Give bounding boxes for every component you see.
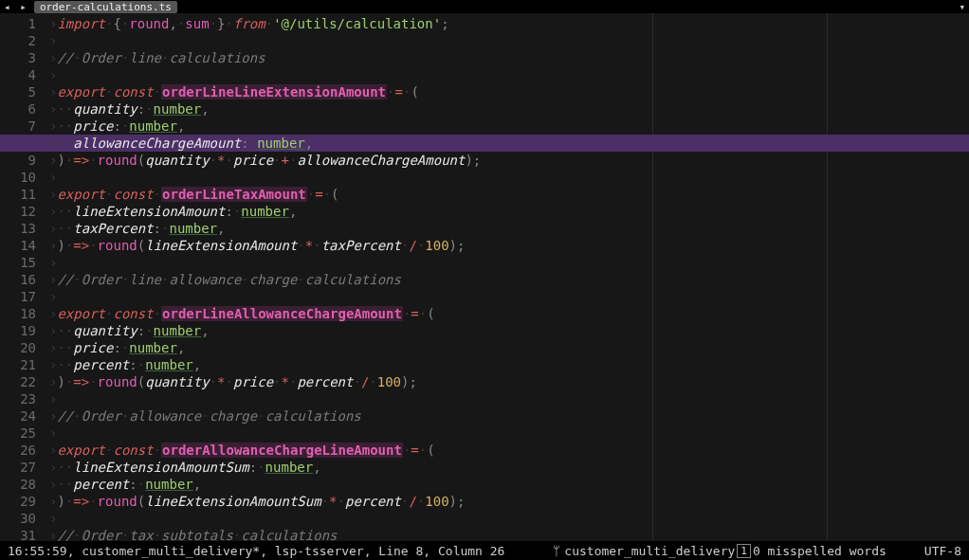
line-number: 18: [0, 305, 36, 322]
code-line[interactable]: ›)·=>·round(quantity·*·price·+·allowance…: [46, 152, 969, 169]
line-number: 27: [0, 459, 36, 476]
code-line[interactable]: ›//·Order·allowance·charge·calculations: [46, 407, 969, 425]
code-line[interactable]: ›export·const·orderLineLineExtensionAmou…: [46, 83, 969, 100]
line-number: 19: [0, 322, 36, 339]
code-line[interactable]: ›··allowanceChargeAmount:·number,: [46, 135, 969, 152]
branch-icon: ᛘ: [553, 544, 560, 558]
line-number: 23: [0, 390, 36, 407]
line-number: 3: [0, 49, 36, 66]
code-line[interactable]: ›)·=>·round(lineExtensionAmountSum·*·per…: [46, 493, 969, 510]
status-branch: ᛘcustomer_multi_delivery: [553, 544, 735, 558]
code-line[interactable]: ›: [46, 32, 969, 49]
line-number: 20: [0, 339, 36, 356]
encoding: UTF-8: [924, 544, 961, 558]
code-line[interactable]: ›export·const·orderAllowanceChargeLineAm…: [46, 442, 969, 459]
code-line[interactable]: ›: [46, 66, 969, 83]
code-line[interactable]: ›: [46, 169, 969, 186]
line-number: 16: [0, 271, 36, 288]
spell-count-box: 1: [737, 544, 751, 558]
titlebar: ◂ ▸ order-calculations.ts ▾: [0, 0, 969, 13]
code-line[interactable]: ›import·{·round,·sum·}·from·'@/utils/cal…: [46, 15, 969, 32]
spell-text: 0 misspelled words: [753, 544, 887, 558]
code-line[interactable]: ›··percent:·number,: [46, 356, 969, 373]
code-line[interactable]: ›: [46, 390, 969, 407]
line-number: 11: [0, 186, 36, 203]
dropdown-icon[interactable]: ▾: [959, 1, 965, 13]
line-number: 4: [0, 66, 36, 83]
line-number: 5: [0, 83, 36, 100]
code-line[interactable]: ›··lineExtensionAmountSum:·number,: [46, 459, 969, 476]
line-number: 2: [0, 32, 36, 49]
line-number: 15: [0, 254, 36, 271]
code-line[interactable]: ›export·const·orderLineAllowanceChargeAm…: [46, 305, 969, 322]
code-line[interactable]: ›//·Order·tax·subtotals·calculations: [46, 527, 969, 541]
file-tab[interactable]: order-calculations.ts: [34, 1, 177, 13]
line-number: 22: [0, 373, 36, 390]
code-content[interactable]: ›import·{·round,·sum·}·from·'@/utils/cal…: [46, 13, 969, 541]
line-number: 6: [0, 100, 36, 117]
line-number: 7: [0, 117, 36, 135]
code-line[interactable]: ›··taxPercent:·number,: [46, 220, 969, 237]
line-number-gutter: 1234567891011121314151617181920212223242…: [0, 13, 46, 541]
statusbar: 16:55:59, customer_multi_delivery*, lsp-…: [0, 541, 969, 560]
line-number: 17: [0, 288, 36, 305]
code-line[interactable]: ›//·Order·line·allowance·charge·calculat…: [46, 271, 969, 288]
code-line[interactable]: ›··price:·number,: [46, 117, 969, 135]
code-line[interactable]: ›··price:·number,: [46, 339, 969, 356]
code-line[interactable]: ›··quantity:·number,: [46, 100, 969, 117]
code-line[interactable]: ›)·=>·round(quantity·*·price·*·percent·/…: [46, 373, 969, 390]
line-number: 10: [0, 169, 36, 186]
code-line[interactable]: ›··percent:·number,: [46, 476, 969, 493]
code-line[interactable]: ›//·Order·line·calculations: [46, 49, 969, 66]
code-line[interactable]: ›: [46, 425, 969, 442]
line-number: 21: [0, 356, 36, 373]
code-line[interactable]: ›: [46, 510, 969, 527]
line-number: 12: [0, 203, 36, 220]
code-line[interactable]: ›··lineExtensionAmount:·number,: [46, 203, 969, 220]
nav-arrows-icon[interactable]: ◂ ▸: [4, 1, 28, 13]
code-line[interactable]: ›export·const·orderLineTaxAmount·=·(: [46, 186, 969, 203]
editor-window: ◂ ▸ order-calculations.ts ▾ 123456789101…: [0, 0, 969, 560]
status-left: 16:55:59, customer_multi_delivery*, lsp-…: [8, 544, 504, 558]
line-number: 30: [0, 510, 36, 527]
editor-area[interactable]: 1234567891011121314151617181920212223242…: [0, 13, 969, 541]
line-number: 31: [0, 527, 36, 541]
line-number: 28: [0, 476, 36, 493]
line-number: 9: [0, 152, 36, 169]
line-number: 26: [0, 442, 36, 459]
code-line[interactable]: ›··quantity:·number,: [46, 322, 969, 339]
line-number: 24: [0, 407, 36, 425]
line-number: 13: [0, 220, 36, 237]
code-line[interactable]: ›: [46, 288, 969, 305]
line-number: 29: [0, 493, 36, 510]
line-number: 14: [0, 237, 36, 254]
line-number: 1: [0, 15, 36, 32]
code-line[interactable]: ›: [46, 254, 969, 271]
code-line[interactable]: ›)·=>·round(lineExtensionAmount·*·taxPer…: [46, 237, 969, 254]
line-number: 25: [0, 425, 36, 442]
